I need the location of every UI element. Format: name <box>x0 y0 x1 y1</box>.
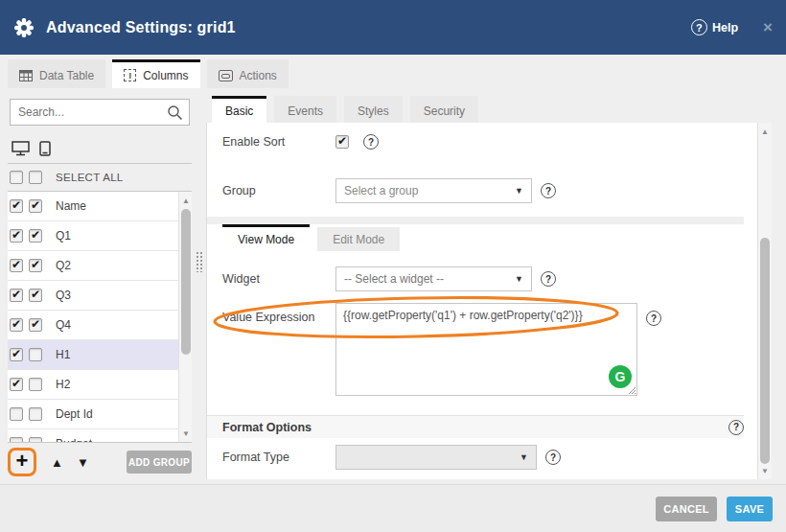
column-list-wrap: Name Q1 Q2 Q3 Q4 H1 H2 Dept Id Budget ▲ <box>8 192 192 443</box>
column-row[interactable]: Q4 <box>8 311 178 340</box>
tab-view-mode[interactable]: View Mode <box>222 224 310 251</box>
mobile-checkbox[interactable] <box>29 199 42 213</box>
add-column-button[interactable]: + <box>16 451 29 474</box>
scroll-down-icon[interactable]: ▼ <box>758 464 772 477</box>
select-all-desktop-checkbox[interactable] <box>10 171 23 184</box>
add-group-button[interactable]: ADD GROUP <box>127 451 192 474</box>
data-table-icon <box>19 70 33 81</box>
tab-label: Basic <box>225 104 253 118</box>
column-row[interactable]: H1 <box>8 340 178 370</box>
detail-tab-bar: Basic Events Styles Security <box>212 96 478 123</box>
group-label: Group <box>207 184 335 197</box>
column-row[interactable]: Q1 <box>8 221 178 251</box>
desktop-checkbox[interactable] <box>10 259 23 272</box>
column-name: Name <box>56 199 86 213</box>
resize-grip-icon[interactable] <box>628 386 636 395</box>
scroll-up-icon[interactable]: ▲ <box>179 194 192 207</box>
desktop-checkbox[interactable] <box>10 348 23 361</box>
desktop-checkbox[interactable] <box>10 318 23 332</box>
column-detail-panel: Basic Events Styles Security Enable Sort… <box>206 96 772 479</box>
select-all-label: SELECT ALL <box>56 172 124 183</box>
mobile-checkbox[interactable] <box>29 259 42 272</box>
format-options-header: Format Options ? <box>207 415 744 438</box>
widget-select[interactable]: -- Select a widget -- ▼ <box>335 266 532 291</box>
value-expression-help-icon[interactable]: ? <box>646 311 661 326</box>
enable-sort-checkbox[interactable] <box>335 135 349 149</box>
help-label: Help <box>712 21 738 35</box>
desktop-checkbox[interactable] <box>10 229 23 243</box>
tab-label: Security <box>424 104 465 118</box>
column-row[interactable]: Q2 <box>8 251 178 281</box>
dialog-footer: CANCEL SAVE <box>0 484 786 532</box>
tab-basic[interactable]: Basic <box>212 96 266 123</box>
save-button[interactable]: SAVE <box>727 497 773 521</box>
help-button[interactable]: ? Help <box>691 19 738 35</box>
desktop-checkbox[interactable] <box>10 378 23 391</box>
mobile-checkbox[interactable] <box>29 229 42 243</box>
panel-resize-handle[interactable] <box>196 251 203 272</box>
tab-label: Styles <box>358 104 389 118</box>
desktop-checkbox[interactable] <box>10 437 23 443</box>
column-row[interactable]: Budget <box>8 429 178 443</box>
chevron-down-icon: ▼ <box>520 452 528 462</box>
cancel-button[interactable]: CANCEL <box>656 497 717 521</box>
desktop-checkbox[interactable] <box>10 407 23 421</box>
mode-tab-bar: View Mode Edit Mode <box>222 224 400 251</box>
format-options-help-icon[interactable]: ? <box>728 420 744 435</box>
value-expression-row: Value Expression {{row.getProperty('q1')… <box>207 303 744 396</box>
mobile-checkbox[interactable] <box>29 289 42 302</box>
annotation-box: + <box>8 448 36 476</box>
tab-data-table[interactable]: Data Table <box>8 59 105 88</box>
format-type-select[interactable]: ▼ <box>335 445 537 470</box>
search-icon[interactable] <box>167 104 183 121</box>
group-row: Group Select a group ▼ ? <box>207 178 744 203</box>
select-all-row[interactable]: SELECT ALL <box>8 164 192 192</box>
column-row[interactable]: H2 <box>8 370 178 400</box>
tab-label: View Mode <box>238 233 294 246</box>
panel-scroll-thumb[interactable] <box>760 238 770 464</box>
desktop-checkbox[interactable] <box>10 289 23 302</box>
column-row[interactable]: Dept Id <box>8 400 178 429</box>
advanced-settings-dialog: Advanced Settings: grid1 ? Help × Data T… <box>0 0 786 532</box>
desktop-checkbox[interactable] <box>10 199 23 213</box>
mobile-checkbox[interactable] <box>29 348 42 361</box>
group-help-icon[interactable]: ? <box>541 183 556 198</box>
mobile-checkbox[interactable] <box>29 437 42 443</box>
tab-security[interactable]: Security <box>410 96 478 123</box>
search-input[interactable] <box>11 100 189 125</box>
panel-scrollbar[interactable]: ▲ ▼ <box>757 123 772 479</box>
tab-actions[interactable]: Actions <box>207 59 289 88</box>
move-up-button[interactable]: ▲ <box>51 455 63 470</box>
tab-edit-mode[interactable]: Edit Mode <box>317 227 400 251</box>
move-down-button[interactable]: ▼ <box>77 455 89 470</box>
value-expression-textarea[interactable]: {{row.getProperty('q1') + row.getPropert… <box>335 303 637 396</box>
close-icon[interactable]: × <box>763 19 773 35</box>
widget-help-icon[interactable]: ? <box>541 271 556 287</box>
scroll-up-icon[interactable]: ▲ <box>758 125 772 138</box>
format-type-help-icon[interactable]: ? <box>545 450 561 465</box>
basic-tab-content: Enable Sort ? Group Select a group ▼ ? V… <box>206 123 757 479</box>
mobile-icon[interactable] <box>39 141 51 156</box>
mobile-checkbox[interactable] <box>29 407 42 421</box>
grammarly-icon[interactable]: G <box>609 365 632 388</box>
dialog-title: Advanced Settings: grid1 <box>46 19 236 36</box>
tab-events[interactable]: Events <box>274 96 336 123</box>
column-row[interactable]: Name <box>8 192 178 221</box>
enable-sort-help-icon[interactable]: ? <box>363 134 379 150</box>
tab-styles[interactable]: Styles <box>344 96 403 123</box>
widget-label: Widget <box>207 272 335 286</box>
list-scrollbar[interactable]: ▲ ▼ <box>178 192 192 442</box>
desktop-icon[interactable] <box>12 141 30 156</box>
format-options-label: Format Options <box>207 421 720 434</box>
tab-columns[interactable]: I Columns <box>112 59 199 88</box>
list-scroll-thumb[interactable] <box>181 209 191 355</box>
column-name: Q3 <box>56 289 71 302</box>
column-row[interactable]: Q3 <box>8 281 178 311</box>
group-select[interactable]: Select a group ▼ <box>335 178 532 203</box>
chevron-down-icon: ▼ <box>515 274 523 284</box>
select-all-mobile-checkbox[interactable] <box>29 171 42 184</box>
tab-label: Columns <box>143 69 188 82</box>
mobile-checkbox[interactable] <box>29 378 42 391</box>
scroll-down-icon[interactable]: ▼ <box>179 427 192 440</box>
mobile-checkbox[interactable] <box>29 318 42 332</box>
